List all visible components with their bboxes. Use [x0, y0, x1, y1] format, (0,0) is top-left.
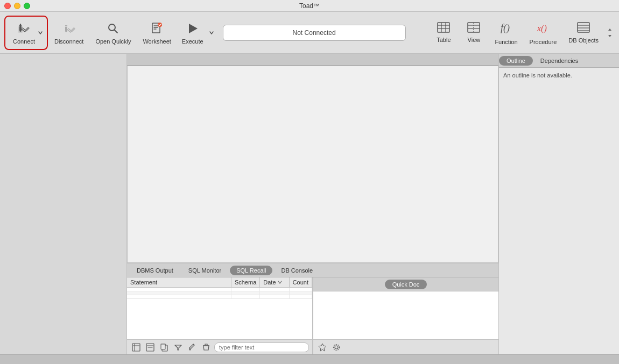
editor-area[interactable] [127, 66, 498, 263]
svg-rect-19 [161, 344, 165, 349]
svg-marker-10 [189, 24, 198, 33]
table-icon [437, 22, 450, 34]
outline-tab[interactable]: Outline [499, 56, 533, 66]
open-quickly-icon [105, 21, 121, 36]
table-row [127, 291, 312, 295]
sql-recall-panel: Statement Schema Date Count [127, 277, 313, 354]
open-quickly-label: Open Quickly [95, 38, 131, 45]
main-toolbar: Connect Disconnect Open Quickly [0, 12, 619, 54]
svg-point-20 [335, 346, 338, 349]
connect-dropdown-arrow[interactable] [38, 22, 43, 44]
db-objects-label: DB Objects [568, 37, 599, 44]
center-content: DBMS Output SQL Monitor SQL Recall DB Co… [127, 54, 498, 354]
svg-text:f(): f() [501, 23, 510, 34]
disconnect-label: Disconnect [54, 38, 83, 45]
tab-db-console[interactable]: DB Console [275, 266, 319, 275]
db-objects-button[interactable]: DB Objects [563, 18, 604, 47]
quick-doc-content [313, 291, 498, 339]
outline-content: An outline is not available. [499, 68, 619, 354]
function-button[interactable]: f() Function [489, 17, 523, 48]
table-row [127, 295, 312, 299]
delete-button[interactable] [200, 341, 212, 353]
right-sidebar: Outline Dependencies An outline is not a… [498, 54, 619, 354]
function-label: Function [495, 39, 517, 45]
view-icon [467, 22, 480, 34]
worksheet-button[interactable]: Worksheet [137, 18, 176, 48]
svg-point-9 [158, 23, 162, 27]
connect-button[interactable]: Connect [10, 19, 38, 47]
col-schema: Schema [231, 277, 259, 288]
connect-icon [16, 21, 31, 36]
filter-input[interactable] [214, 342, 309, 352]
sql-recall-toolbar [127, 339, 312, 354]
title-bar: Toad™ [0, 0, 619, 12]
add-row-button[interactable] [130, 341, 142, 353]
col-statement: Statement [127, 277, 231, 288]
quick-doc-header: Quick Doc [313, 277, 498, 291]
maximize-button[interactable] [24, 3, 30, 9]
quick-doc-pin-button[interactable] [316, 341, 328, 353]
view-button[interactable]: View [459, 19, 488, 46]
svg-rect-11 [438, 23, 449, 32]
execute-dropdown-arrow[interactable] [208, 22, 215, 44]
app-title: Toad™ [299, 2, 320, 10]
outline-tabs: Outline Dependencies [499, 54, 619, 68]
function-icon: f() [498, 20, 514, 37]
execute-button[interactable]: Execute [178, 18, 208, 48]
execute-label: Execute [182, 38, 203, 45]
worksheet-icon [150, 21, 165, 36]
connection-dropdown[interactable]: Not Connected [223, 25, 406, 41]
worksheet-label: Worksheet [143, 38, 171, 45]
copy-button[interactable] [158, 341, 170, 353]
disconnect-icon [61, 21, 76, 36]
table-label: Table [437, 37, 451, 43]
open-quickly-button[interactable]: Open Quickly [90, 18, 136, 48]
sql-recall-table: Statement Schema Date Count [127, 277, 312, 339]
execute-icon [185, 21, 200, 36]
quick-doc-tab[interactable]: Quick Doc [385, 280, 427, 289]
editor-tab-bar [127, 54, 498, 66]
bottom-panel: DBMS Output SQL Monitor SQL Recall DB Co… [127, 263, 498, 354]
svg-text:x(): x() [537, 24, 547, 33]
traffic-lights [4, 3, 30, 9]
table-button[interactable]: Table [429, 19, 458, 46]
tab-sql-recall[interactable]: SQL Recall [230, 266, 272, 275]
toolbar-more-button[interactable] [605, 19, 615, 46]
minimize-button[interactable] [14, 3, 20, 9]
close-button[interactable] [4, 3, 11, 9]
svg-point-21 [334, 344, 340, 350]
connection-status: Not Connected [293, 29, 336, 37]
connect-label: Connect [13, 38, 35, 45]
procedure-icon: x() [536, 20, 551, 37]
svg-point-6 [66, 25, 67, 26]
quick-doc-settings-button[interactable] [330, 341, 342, 353]
bottom-tabs: DBMS Output SQL Monitor SQL Recall DB Co… [127, 263, 498, 277]
filter-button[interactable] [172, 341, 184, 353]
table-row [127, 288, 312, 291]
view-label: View [468, 37, 481, 43]
col-date: Date [260, 277, 289, 288]
status-bar [0, 354, 619, 364]
outline-message: An outline is not available. [503, 72, 572, 78]
disconnect-button[interactable]: Disconnect [49, 18, 89, 48]
toolbar-right: Table View f() Function [429, 17, 615, 48]
left-sidebar [0, 54, 127, 354]
main-layout: DBMS Output SQL Monitor SQL Recall DB Co… [0, 54, 619, 354]
svg-point-3 [20, 24, 22, 25]
remove-row-button[interactable] [144, 341, 156, 353]
bottom-content: Statement Schema Date Count [127, 277, 498, 354]
quick-doc-panel: Quick Doc [313, 277, 498, 354]
edit-button[interactable] [186, 341, 198, 353]
db-objects-icon [576, 22, 590, 35]
col-count: Count [289, 277, 312, 288]
procedure-button[interactable]: x() Procedure [524, 17, 562, 48]
dependencies-tab[interactable]: Dependencies [533, 56, 586, 66]
execute-group: Execute [178, 18, 215, 48]
procedure-label: Procedure [530, 39, 557, 45]
tab-sql-monitor[interactable]: SQL Monitor [182, 266, 228, 275]
svg-rect-16 [132, 344, 140, 351]
sql-recall-data-table: Statement Schema Date Count [127, 277, 312, 299]
quick-doc-toolbar [313, 339, 498, 354]
tab-dbms-output[interactable]: DBMS Output [130, 266, 180, 275]
